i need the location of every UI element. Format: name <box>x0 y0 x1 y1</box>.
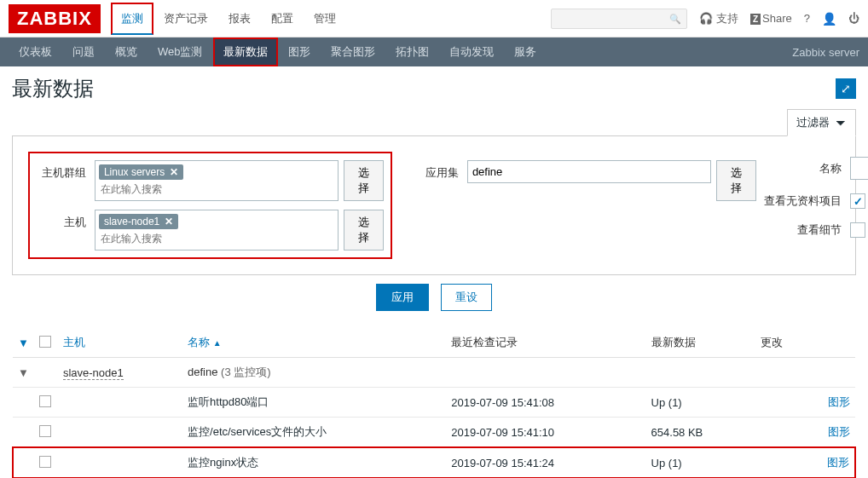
apply-button[interactable]: 应用 <box>376 284 429 311</box>
reset-button[interactable]: 重设 <box>441 284 492 311</box>
item-value: Up (1) <box>646 447 755 478</box>
graph-link[interactable]: 图形 <box>813 447 855 478</box>
row-checkbox[interactable] <box>39 456 51 468</box>
subnav-web[interactable]: Web监测 <box>148 37 213 66</box>
item-value: Up (1) <box>646 388 755 418</box>
showdetails-label: 查看细节 <box>756 222 850 238</box>
sort-asc-icon: ▲ <box>213 338 222 348</box>
expand-all[interactable]: ▼ <box>13 328 34 358</box>
group-row: ▼ slave-node1 define (3 监控项) <box>13 358 855 388</box>
graph-link[interactable]: 图形 <box>813 418 855 448</box>
subnav-overview[interactable]: 概览 <box>105 37 148 66</box>
host-select-button[interactable]: 选择 <box>344 210 384 251</box>
host-input[interactable] <box>99 231 334 246</box>
subnav-services[interactable]: 服务 <box>504 37 547 66</box>
user-icon[interactable] <box>822 12 836 26</box>
item-time: 2019-07-09 15:41:10 <box>446 418 645 448</box>
showempty-checkbox[interactable] <box>850 193 865 209</box>
appset-label: 应用集 <box>409 160 467 181</box>
item-name[interactable]: 监控/etc/services文件的大小 <box>182 418 446 448</box>
subnav-latestdata[interactable]: 最新数据 <box>213 37 278 66</box>
item-name[interactable]: 监听httpd80端口 <box>182 388 446 418</box>
graph-link[interactable]: 图形 <box>813 388 855 418</box>
topnav-reports[interactable]: 报表 <box>218 3 261 35</box>
hostgroup-multiselect[interactable]: Linux servers✕ <box>95 160 339 201</box>
topnav-monitoring[interactable]: 监测 <box>111 3 153 35</box>
select-all-checkbox[interactable] <box>39 336 51 348</box>
subnav-graphs[interactable]: 图形 <box>278 37 321 66</box>
search-icon <box>669 12 681 25</box>
host-multiselect[interactable]: slave-node1✕ <box>95 210 339 251</box>
app-count: (3 监控项) <box>221 366 271 378</box>
table-row: 监听httpd80端口 2019-07-09 15:41:08 Up (1) 图… <box>13 388 855 418</box>
hostgroup-input[interactable] <box>99 181 334 197</box>
fullscreen-button[interactable]: ⤢ <box>836 78 856 99</box>
subnav-discovery[interactable]: 自动发现 <box>439 37 504 66</box>
item-time: 2019-07-09 15:41:08 <box>446 388 645 418</box>
support-link[interactable]: 支持 <box>699 11 738 26</box>
host-label: 主机 <box>37 210 95 230</box>
col-latestdata[interactable]: 最新数据 <box>646 328 755 358</box>
share-link[interactable]: ZShare <box>750 12 792 25</box>
hostgroup-select-button[interactable]: 选择 <box>344 160 384 201</box>
topnav-inventory[interactable]: 资产记录 <box>153 3 218 35</box>
server-label[interactable]: Zabbix server <box>792 46 859 59</box>
funnel-icon: ⏷ <box>835 116 847 130</box>
item-value: 654.58 KB <box>646 418 755 448</box>
col-lastcheck[interactable]: 最近检查记录 <box>446 328 645 358</box>
logo: ZABBIX <box>9 4 101 33</box>
help-link[interactable]: ? <box>804 12 810 25</box>
hostgroup-tag: Linux servers✕ <box>99 164 183 180</box>
subnav-problems[interactable]: 问题 <box>62 37 105 66</box>
topnav-admin[interactable]: 管理 <box>304 3 346 35</box>
appset-select-button[interactable]: 选择 <box>716 160 756 201</box>
item-time: 2019-07-09 15:41:24 <box>446 447 645 478</box>
filter-tab[interactable]: 过滤器 ⏷ <box>787 109 856 136</box>
share-badge-icon: Z <box>750 14 761 25</box>
table-row-highlighted: 监控nginx状态 2019-07-09 15:41:24 Up (1) 图形 <box>13 447 855 478</box>
expand-toggle[interactable]: ▼ <box>13 358 34 388</box>
subnav-maps[interactable]: 拓扑图 <box>385 37 439 66</box>
filter-tab-label: 过滤器 <box>796 115 830 130</box>
row-checkbox[interactable] <box>39 395 51 407</box>
logout-icon[interactable] <box>848 12 859 25</box>
headphone-icon <box>699 12 713 25</box>
col-change[interactable]: 更改 <box>755 328 813 358</box>
subnav-screens[interactable]: 聚合图形 <box>321 37 385 66</box>
tag-remove-icon[interactable]: ✕ <box>170 166 178 178</box>
topnav-config[interactable]: 配置 <box>261 3 304 35</box>
showdetails-checkbox[interactable] <box>850 222 865 238</box>
data-table: ▼ 主机 名称 ▲ 最近检查记录 最新数据 更改 ▼ slave-node1 d… <box>12 328 856 478</box>
hostgroup-label: 主机群组 <box>37 160 95 181</box>
host-link[interactable]: slave-node1 <box>63 366 124 380</box>
name-input[interactable] <box>850 157 868 180</box>
showempty-label: 查看无资料项目 <box>756 193 850 209</box>
top-nav: 监测 资产记录 报表 配置 管理 <box>111 3 346 35</box>
filter-left-highlight: 主机群组 Linux servers✕ 选择 主机 slave-node1✕ 选… <box>28 152 392 259</box>
global-search[interactable] <box>551 9 687 29</box>
app-name: define <box>188 366 217 378</box>
page-title: 最新数据 <box>12 75 94 102</box>
sub-nav: 仪表板 问题 概览 Web监测 最新数据 图形 聚合图形 拓扑图 自动发现 服务 <box>9 37 547 66</box>
appset-input[interactable] <box>467 160 711 183</box>
row-checkbox[interactable] <box>39 425 51 437</box>
item-name[interactable]: 监控nginx状态 <box>182 447 446 478</box>
name-label: 名称 <box>756 161 850 176</box>
tag-remove-icon[interactable]: ✕ <box>165 216 173 227</box>
subnav-dashboard[interactable]: 仪表板 <box>9 37 62 66</box>
col-host[interactable]: 主机 <box>58 328 182 358</box>
host-tag: slave-node1✕ <box>99 214 178 229</box>
table-row: 监控/etc/services文件的大小 2019-07-09 15:41:10… <box>13 418 855 448</box>
col-name[interactable]: 名称 ▲ <box>182 328 446 358</box>
